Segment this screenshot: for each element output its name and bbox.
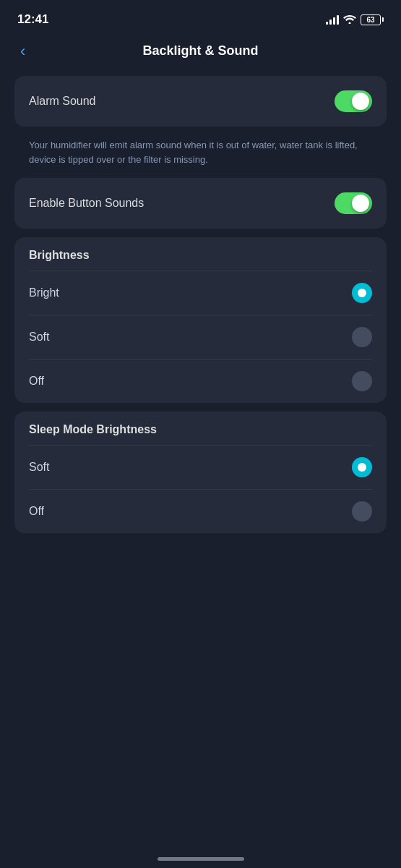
sleep-brightness-title: Sleep Mode Brightness bbox=[14, 412, 387, 445]
brightness-bright-row[interactable]: Bright bbox=[14, 271, 387, 315]
button-sounds-thumb bbox=[352, 195, 369, 212]
sleep-brightness-soft-row[interactable]: Soft bbox=[14, 446, 387, 489]
status-bar: 12:41 63 bbox=[0, 0, 401, 36]
sleep-brightness-off-label: Off bbox=[29, 505, 44, 518]
status-icons: 63 bbox=[326, 14, 384, 26]
alarm-sound-row: Alarm Sound bbox=[14, 76, 387, 127]
button-sounds-row: Enable Button Sounds bbox=[14, 178, 387, 229]
sleep-brightness-off-row[interactable]: Off bbox=[14, 490, 387, 533]
content: Alarm Sound Your humidifier will emit al… bbox=[0, 70, 401, 548]
battery-level: 63 bbox=[366, 16, 374, 24]
sleep-brightness-off-radio[interactable] bbox=[352, 501, 372, 522]
button-sounds-label: Enable Button Sounds bbox=[29, 197, 144, 210]
brightness-bright-radio[interactable] bbox=[352, 283, 372, 303]
alarm-sound-label: Alarm Sound bbox=[29, 95, 96, 108]
brightness-off-row[interactable]: Off bbox=[14, 359, 387, 403]
brightness-card: Brightness Bright Soft Off bbox=[14, 237, 387, 403]
sleep-brightness-card: Sleep Mode Brightness Soft Off bbox=[14, 412, 387, 533]
alarm-sound-thumb bbox=[352, 93, 369, 110]
alarm-sound-track bbox=[335, 90, 372, 112]
alarm-sound-toggle[interactable] bbox=[335, 90, 372, 112]
sleep-brightness-soft-radio-inner bbox=[358, 463, 366, 472]
battery-icon: 63 bbox=[361, 14, 384, 25]
alarm-sound-card: Alarm Sound bbox=[14, 76, 387, 127]
page-title: Backlight & Sound bbox=[142, 43, 258, 59]
wifi-icon bbox=[343, 14, 356, 26]
alarm-sound-description: Your humidifier will emit alarm sound wh… bbox=[14, 135, 387, 178]
brightness-soft-radio[interactable] bbox=[352, 327, 372, 347]
brightness-bright-radio-inner bbox=[358, 289, 366, 297]
brightness-soft-label: Soft bbox=[29, 331, 49, 344]
home-indicator bbox=[158, 857, 244, 861]
header: ‹ Backlight & Sound bbox=[0, 36, 401, 70]
button-sounds-toggle[interactable] bbox=[335, 192, 372, 214]
button-sounds-track bbox=[335, 192, 372, 214]
brightness-off-label: Off bbox=[29, 375, 44, 388]
status-time: 12:41 bbox=[17, 12, 48, 27]
brightness-title: Brightness bbox=[14, 237, 387, 271]
sleep-brightness-soft-label: Soft bbox=[29, 461, 49, 474]
signal-icon bbox=[326, 14, 339, 25]
button-sounds-card: Enable Button Sounds bbox=[14, 178, 387, 229]
brightness-soft-row[interactable]: Soft bbox=[14, 315, 387, 359]
brightness-bright-label: Bright bbox=[29, 286, 59, 299]
sleep-brightness-soft-radio[interactable] bbox=[352, 457, 372, 477]
brightness-off-radio[interactable] bbox=[352, 371, 372, 391]
back-button[interactable]: ‹ bbox=[14, 39, 31, 64]
